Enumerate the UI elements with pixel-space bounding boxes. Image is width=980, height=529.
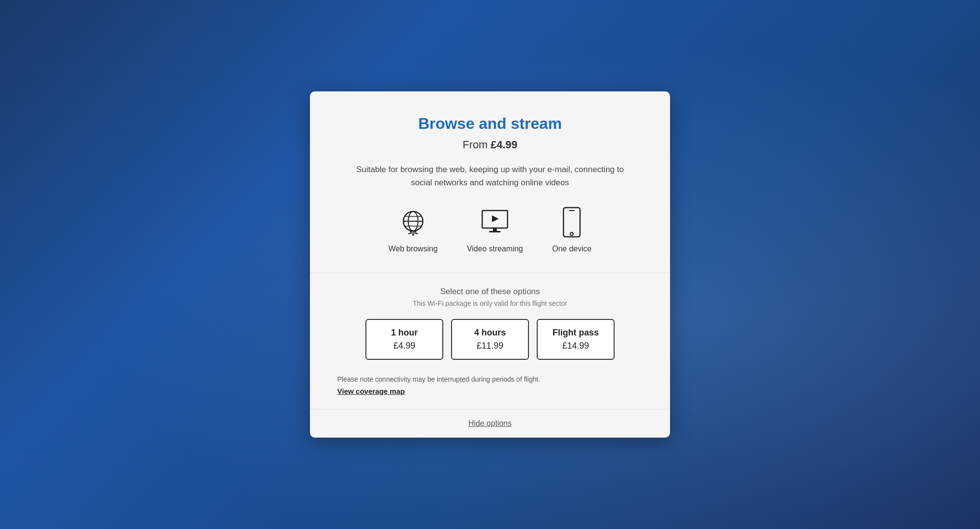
modal-title: Browse and stream bbox=[337, 115, 643, 133]
svg-marker-7 bbox=[492, 215, 499, 222]
features-row: Web browsing Video streaming bbox=[337, 207, 643, 253]
price-prefix: From bbox=[463, 139, 490, 151]
one-device-label: One device bbox=[552, 245, 592, 253]
svg-point-5 bbox=[412, 234, 414, 236]
option-1hour-price: £4.99 bbox=[393, 341, 415, 351]
select-sublabel: This Wi-Fi package is only valid for thi… bbox=[337, 300, 643, 307]
option-4hours-duration: 4 hours bbox=[474, 328, 506, 338]
hide-options-link[interactable]: Hide options bbox=[469, 419, 512, 427]
device-icon bbox=[556, 207, 587, 238]
svg-rect-12 bbox=[569, 210, 575, 211]
connectivity-note: Please note connectivity may be interrup… bbox=[337, 375, 643, 383]
option-1hour[interactable]: 1 hour £4.99 bbox=[365, 319, 443, 360]
option-1hour-duration: 1 hour bbox=[391, 328, 417, 338]
feature-video-streaming: Video streaming bbox=[467, 207, 523, 253]
web-browsing-label: Web browsing bbox=[388, 245, 437, 253]
feature-web-browsing: Web browsing bbox=[388, 207, 437, 253]
modal-price: From £4.99 bbox=[337, 139, 643, 151]
svg-rect-9 bbox=[489, 231, 501, 232]
options-row: 1 hour £4.99 4 hours £11.99 Flight pass … bbox=[337, 319, 643, 360]
browse-stream-modal: Browse and stream From £4.99 Suitable fo… bbox=[310, 91, 670, 438]
modal-description: Suitable for browsing the web, keeping u… bbox=[337, 163, 643, 189]
price-value: £4.99 bbox=[490, 139, 517, 151]
modal-footer: Hide options bbox=[310, 409, 670, 438]
wifi-icon bbox=[398, 207, 429, 238]
coverage-map-link[interactable]: View coverage map bbox=[337, 387, 405, 395]
svg-point-11 bbox=[570, 232, 573, 235]
select-label: Select one of these options bbox=[337, 287, 643, 297]
video-icon bbox=[479, 207, 510, 238]
section-divider bbox=[310, 273, 670, 273]
option-flight-pass[interactable]: Flight pass £14.99 bbox=[537, 319, 615, 360]
svg-rect-8 bbox=[493, 228, 497, 231]
option-4hours[interactable]: 4 hours £11.99 bbox=[451, 319, 529, 360]
feature-one-device: One device bbox=[552, 207, 592, 253]
video-streaming-label: Video streaming bbox=[467, 245, 523, 253]
option-flight-pass-duration: Flight pass bbox=[552, 328, 599, 338]
option-flight-pass-price: £14.99 bbox=[562, 341, 589, 351]
option-4hours-price: £11.99 bbox=[476, 341, 503, 351]
